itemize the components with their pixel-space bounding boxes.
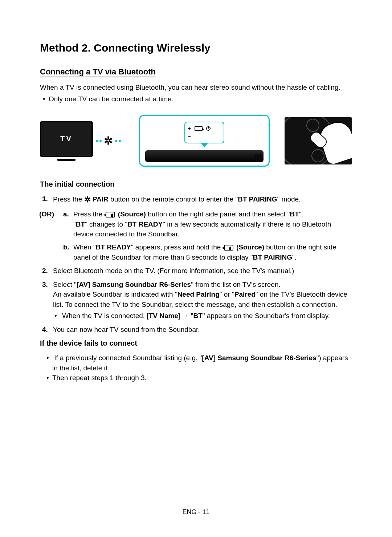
power-icon xyxy=(206,126,211,131)
bluetooth-icon: ✲ xyxy=(84,195,91,204)
or-marker: (OR) xyxy=(39,209,54,219)
section-fail: If the device fails to connect xyxy=(40,338,352,349)
source-icon xyxy=(106,212,115,217)
source-icon xyxy=(195,126,203,131)
or-label: OR xyxy=(254,152,262,160)
step-3-sub: When the TV is connected, [TV Name] → "B… xyxy=(60,311,352,321)
step-1: Press the ✲ PAIR button on the remote co… xyxy=(53,194,352,206)
or-step-a: Press the (Source) button on the right s… xyxy=(63,209,352,239)
tv-illustration: TV xyxy=(40,121,93,161)
finger-press-illustration xyxy=(285,117,352,164)
step-3: Select "[AV] Samsung Soundbar R6-Series"… xyxy=(53,280,352,321)
section-initial: The initial connection xyxy=(40,179,352,190)
button-callout: + − xyxy=(184,122,224,143)
or-step-b: When "BT READY" appears, press and hold … xyxy=(63,242,352,262)
page-footer: ENG - 11 xyxy=(0,507,392,517)
note-bullet: Only one TV can be connected at a time. xyxy=(49,94,352,104)
step-2: Select Bluetooth mode on the TV. (For mo… xyxy=(53,266,352,276)
or-block: (OR) Press the (Source) button on the ri… xyxy=(63,209,352,262)
soundbar-panel: + − OR xyxy=(139,115,270,167)
step-4: You can now hear TV sound from the Sound… xyxy=(53,325,352,335)
fail-bullet-1: If a previously connected Soundbar listi… xyxy=(52,353,352,373)
bluetooth-icon: ✲ xyxy=(104,133,113,149)
page-title: Method 2. Connecting Wirelessly xyxy=(40,40,352,56)
soundbar-illustration xyxy=(145,150,264,162)
intro-text: When a TV is connected using Bluetooth, … xyxy=(40,82,352,93)
diagram: TV ✲ + − OR xyxy=(40,115,352,167)
bluetooth-signal-icon: ✲ xyxy=(96,133,121,149)
source-icon xyxy=(224,245,233,251)
section-subtitle: Connecting a TV via Bluetooth xyxy=(40,66,352,78)
fail-bullet-2: Then repeat steps 1 through 3. xyxy=(52,373,352,383)
